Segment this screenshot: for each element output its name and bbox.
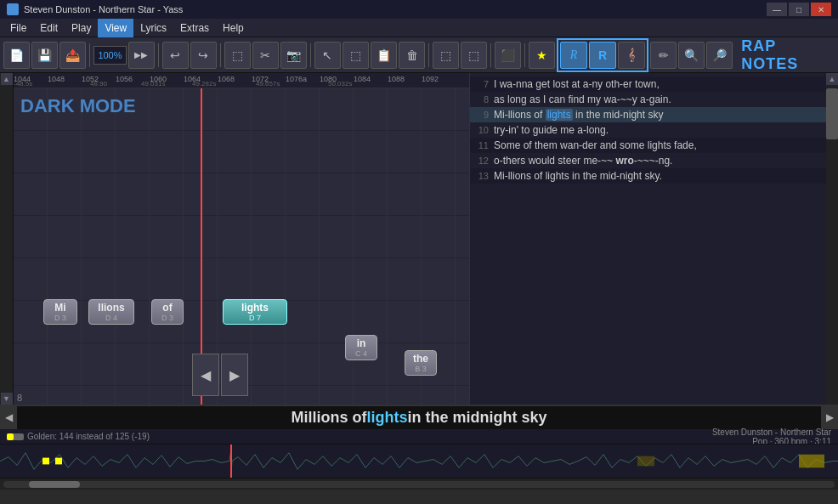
svg-rect-0 — [0, 445, 838, 478]
maximize-button[interactable]: □ — [789, 3, 809, 16]
artist-title: Steven Dunston - Northern Star — [712, 428, 831, 437]
word-mi[interactable]: Mi D 3 — [43, 299, 77, 325]
ruler-time: -48.5s — [14, 80, 32, 88]
word-in[interactable]: in C 4 — [345, 335, 377, 360]
cut-button[interactable]: ✂ — [252, 42, 279, 69]
ruler-mark: 1092 — [422, 75, 439, 83]
lyric-next-button[interactable]: ▶ — [821, 405, 838, 429]
menu-help[interactable]: Help — [216, 19, 251, 37]
menu-play[interactable]: Play — [65, 19, 98, 37]
rap-r2-button[interactable]: R — [589, 42, 616, 69]
ruler-time: 49.657s — [256, 80, 280, 88]
scroll-down-arrow[interactable]: ▼ — [1, 393, 13, 405]
word-llions[interactable]: llions D 4 — [88, 299, 134, 325]
toolbar-sep-1 — [89, 43, 90, 67]
lyric-line-9: 9 Mi-llions of lights in the mid-night s… — [470, 107, 826, 122]
align-button[interactable]: ⬛ — [495, 42, 521, 69]
delete-button[interactable]: 🗑 — [399, 42, 425, 69]
svg-rect-4 — [799, 455, 824, 468]
lyric-line-11: 11 Some of them wan-der and some lights … — [470, 138, 826, 153]
lyric-display-bar: Millions of lights in the midnight sky — [17, 405, 821, 429]
star-button[interactable]: ★ — [529, 42, 555, 69]
split-button[interactable]: ⬚ — [433, 42, 459, 69]
zoom-level[interactable]: 100% — [93, 46, 127, 65]
merge-button[interactable]: ⬚ — [461, 42, 487, 69]
menu-extras[interactable]: Extras — [173, 19, 216, 37]
save-button[interactable]: 💾 — [31, 42, 58, 69]
waveform-area — [0, 444, 838, 478]
zoom-magnify-button[interactable]: 🔍 — [678, 42, 705, 69]
ruler-time: 48.90 — [90, 80, 107, 88]
minimize-button[interactable]: — — [767, 3, 787, 16]
copy2-button[interactable]: ⬚ — [343, 42, 369, 69]
word-the[interactable]: the B 3 — [405, 350, 437, 376]
toolbar-sep-7 — [524, 43, 525, 67]
ruler-time: 49.031s — [141, 80, 165, 88]
ruler: 1044 1048 1052 1056 1060 1064 1068 1072 … — [14, 73, 469, 88]
redo-button[interactable]: ↪ — [190, 42, 217, 69]
rap-notes-button[interactable]: 𝄞 — [618, 42, 645, 69]
lyric-line-13: 13 Mi-llions of lights in the mid-night … — [470, 168, 826, 184]
waveform-svg — [0, 445, 838, 478]
ruler-mark: 1084 — [354, 75, 371, 83]
menu-edit[interactable]: Edit — [33, 19, 65, 37]
horizontal-scrollbar[interactable] — [0, 478, 838, 490]
lyric-suffix: in the midnight sky — [407, 409, 546, 427]
toolbar-sep-2 — [158, 43, 159, 67]
paste-button[interactable]: 📋 — [371, 42, 397, 69]
status-left: Golden: 144 instead of 125 (-19) — [7, 432, 150, 441]
h-scroll-track[interactable] — [3, 481, 835, 488]
scroll-up-arrow[interactable]: ▲ — [1, 73, 13, 85]
scroll-thumb[interactable] — [826, 88, 838, 139]
lyric-line-7: 7 I wa-nna get lost at a-ny oth-er town, — [470, 76, 826, 92]
next-arrow[interactable]: ▶ — [221, 354, 248, 396]
toolbar: 📄 💾 📤 100% ▶▶ ↩ ↪ ⬚ ✂ 📷 ↖ ⬚ 📋 🗑 ⬚ ⬚ ⬛ ★ … — [0, 37, 838, 73]
menu-lyrics[interactable]: Lyrics — [133, 19, 173, 37]
status-indicator — [7, 433, 24, 440]
menu-file[interactable]: File — [3, 19, 33, 37]
new-button[interactable]: 📄 — [3, 42, 30, 69]
ruler-mark: 1076a — [286, 75, 307, 83]
word-of[interactable]: of D 3 — [151, 299, 184, 325]
window-controls: — □ ✕ — [767, 3, 831, 16]
lyric-bar-wrapper: ◀ Millions of lights in the midnight sky… — [0, 405, 838, 428]
menubar: File Edit Play View Lyrics Extras Help — [0, 19, 838, 37]
measure-label: 8 — [17, 393, 22, 403]
left-scrollbar[interactable]: ▲ ▼ — [0, 73, 14, 405]
export-button[interactable]: 📤 — [59, 42, 86, 69]
scroll-up-btn[interactable]: ▲ — [826, 73, 838, 85]
select-button[interactable]: ↖ — [314, 42, 341, 69]
app-icon — [7, 3, 19, 15]
timeline-wrapper: 1044 1048 1052 1056 1060 1064 1068 1072 … — [14, 73, 469, 405]
status-thumb — [7, 433, 14, 440]
lyrics-panel: 7 I wa-nna get lost at a-ny oth-er town,… — [469, 73, 826, 405]
rap-r1-button[interactable]: R — [560, 42, 587, 69]
h-scroll-thumb[interactable] — [29, 481, 80, 488]
titlebar: Steven Dunston - Northern Star - Yass — … — [0, 0, 838, 19]
toolbar-sep-5 — [428, 43, 429, 67]
window-title: Steven Dunston - Northern Star - Yass — [24, 4, 183, 14]
rap-notes-box: R R 𝄞 — [557, 38, 648, 72]
word-lights[interactable]: lights D 7 — [223, 299, 287, 325]
tracks-area: DARK MODE Mi D 3 llions D 4 of D 3 light… — [14, 88, 469, 405]
pencil-button[interactable]: ✏ — [650, 42, 677, 69]
right-scrollbar[interactable]: ▲ — [826, 73, 838, 405]
undo-button[interactable]: ↩ — [162, 42, 189, 69]
svg-rect-2 — [55, 458, 62, 465]
zoom-in-button[interactable]: ▶▶ — [128, 42, 155, 69]
ruler-time: 50.032s — [328, 80, 352, 88]
status-bar: Golden: 144 instead of 125 (-19) Steven … — [0, 428, 838, 444]
prev-arrow[interactable]: ◀ — [192, 354, 219, 396]
ruler-mark: 1048 — [48, 75, 65, 83]
svg-rect-1 — [42, 458, 49, 465]
rap-notes-label: RAP NOTES — [741, 37, 835, 73]
toolbar-sep-4 — [310, 43, 311, 67]
lyric-prev-button[interactable]: ◀ — [0, 405, 17, 429]
ruler-mark: 1056 — [116, 75, 133, 83]
menu-view[interactable]: View — [98, 19, 133, 37]
camera-button[interactable]: 📷 — [280, 42, 307, 69]
close-button[interactable]: ✕ — [811, 3, 831, 16]
zoom-out-button[interactable]: 🔎 — [706, 42, 733, 69]
lyric-highlight: lights — [366, 409, 407, 427]
copy-button[interactable]: ⬚ — [224, 42, 251, 69]
